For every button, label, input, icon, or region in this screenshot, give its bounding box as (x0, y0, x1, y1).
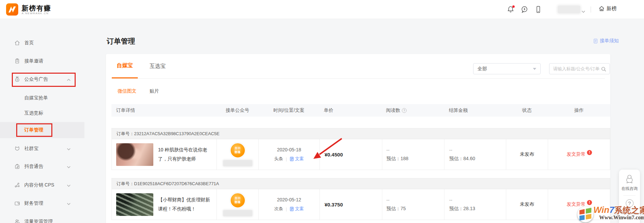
sidebar-item-home[interactable]: 首页 (0, 35, 84, 50)
table-row: 【小帮财商】优质理财新课程！不伤粉哦！ 美羽部落 2020-05-12 次条 | (112, 189, 610, 220)
account-avatar: 美羽部落 (230, 193, 246, 208)
online-consult-button[interactable]: 在线咨询 (621, 186, 638, 192)
account-name-redacted (223, 160, 252, 166)
page-title: 订单管理 (107, 36, 135, 46)
sidebar-item-finance[interactable]: 财务管理 (0, 196, 84, 211)
tab-zimeibao[interactable]: 自媒宝 (112, 54, 138, 78)
svg-text:¥: ¥ (17, 78, 18, 81)
order-date: 2020-05-18 (277, 147, 301, 152)
app-screen: 新榜有赚 A.NEWRANK.CN (0, 0, 644, 223)
search-icon[interactable] (601, 66, 607, 72)
table-header-row: 订单详情 接单公众号 时间/位置/文案 单价 阅读数? 结算金额 状态 操作 (111, 104, 610, 117)
chevron-down-icon (67, 201, 71, 206)
order-group: 订单号：23212A7AC5A32B98C13790A2E0CEAC5E 10 … (111, 128, 610, 170)
amount-value: -- (449, 147, 506, 153)
chevron-down-icon (67, 182, 71, 188)
sidebar-item-cps[interactable]: 内容分销 CPS (0, 178, 84, 193)
document-icon (593, 39, 598, 44)
article-thumbnail (116, 143, 153, 166)
sidebar-item-order-management[interactable]: 订单管理 (0, 122, 84, 138)
order-number: D1E902518ACF6D7207D676CA83BE771A (134, 181, 219, 186)
messages-icon[interactable] (520, 5, 529, 14)
sidebar-item-shequnbao[interactable]: 社群宝 (0, 141, 84, 156)
reads-estimate: 预估：75 (386, 206, 444, 212)
col-status: 状态 (506, 107, 548, 114)
order-date: 2020-05-12 (277, 197, 301, 202)
account-name-redacted (223, 210, 252, 216)
position-label: 头条 (274, 156, 283, 162)
subtab-wechat-article[interactable]: 微信图文 (118, 88, 136, 94)
share-nodes-icon (14, 182, 20, 188)
document-icon (290, 207, 294, 211)
search-box (549, 63, 610, 74)
widget-divider (623, 195, 636, 196)
sidebar-item-gzh-ads[interactable]: ¥ 公众号广告 (0, 72, 84, 87)
caret-down-icon (533, 68, 536, 70)
sidebar-item-hx-bid[interactable]: 互选竞标 (0, 106, 84, 121)
sidebar-item-douyin-notice[interactable]: 抖音通告 (0, 159, 84, 174)
col-action: 操作 (548, 107, 610, 114)
col-time-pos-copy: 时间/位置/文案 (258, 107, 319, 114)
unit-price: ¥0.4500 (320, 139, 382, 170)
status-label: 未发布 (506, 139, 548, 170)
home-icon (14, 40, 20, 46)
sidebar: 首页 接单邀请 ¥ 公众号广告 自媒宝抢单 互选竞标 (0, 19, 84, 223)
article-title: 【小帮财商】优质理财新课程！不伤粉哦！ (158, 195, 213, 214)
amount-estimate: 预估：84.60 (449, 156, 506, 162)
tab-huxuanbao[interactable]: 互选宝 (150, 54, 166, 78)
sidebar-item-order-invite[interactable]: 接单邀请 (0, 54, 84, 69)
notification-dot (512, 5, 515, 8)
primary-tabs: 自媒宝 互选宝 全部 (111, 54, 605, 79)
watermark-title: Win7系统之家 (593, 205, 644, 216)
brand-logo[interactable]: 新榜有赚 A.NEWRANK.CN (6, 3, 51, 16)
users-icon (14, 219, 20, 223)
wallet-icon (14, 200, 20, 206)
order-notice-link[interactable]: 接单须知 (593, 38, 619, 44)
col-account: 接单公众号 (216, 107, 258, 114)
error-badge-icon: ! (587, 150, 592, 155)
copy-link[interactable]: 文案 (290, 156, 304, 162)
chevron-down-icon[interactable] (582, 8, 585, 14)
music-note-bag-icon (14, 164, 20, 170)
clipboard-icon (14, 58, 20, 64)
article-title: 10 种肌肤信号在说你老了，只有护肤老师 (158, 145, 213, 164)
sidebar-item-traffic-resources[interactable]: 流量资源管理 (0, 214, 84, 223)
portal-label: 新榜 (607, 5, 617, 12)
chevron-up-icon (67, 77, 71, 82)
order-group: 订单号：D1E902518ACF6D7207D676CA83BE771A 【小帮… (111, 178, 610, 220)
topbar-divider (591, 6, 591, 13)
watermark-url: Www.Winwin7.com (599, 215, 644, 221)
amount-estimate: 预估：28.13 (449, 206, 506, 212)
chevron-down-icon (67, 164, 71, 169)
username-redacted[interactable] (558, 6, 580, 13)
article-thumbnail (116, 193, 153, 216)
win7-watermark: Win7系统之家 Www.Winwin7.com (569, 199, 644, 223)
qq-penguin-icon (625, 174, 634, 184)
reads-value: -- (386, 147, 444, 153)
col-order-detail: 订单详情 (111, 107, 216, 114)
money-bag-icon: ¥ (14, 76, 20, 82)
subtab-tiepian[interactable]: 贴片 (150, 88, 159, 94)
sidebar-item-zmb-grab[interactable]: 自媒宝抢单 (0, 91, 84, 105)
status-filter-dropdown[interactable]: 全部 (473, 63, 541, 74)
portal-link[interactable]: 新榜 (598, 5, 617, 12)
notification-bell-icon[interactable] (507, 5, 515, 14)
position-label: 次条 (274, 206, 283, 212)
order-number: 23212A7AC5A32B98C13790A2E0CEAC5E (134, 131, 220, 136)
action-publish-error[interactable]: 发文异常! (548, 139, 611, 170)
orders-table: 订单详情 接单公众号 时间/位置/文案 单价 阅读数? 结算金额 状态 操作 订… (111, 104, 610, 220)
unit-price: ¥0.3750 (320, 189, 382, 220)
topbar: 新榜有赚 A.NEWRANK.CN (0, 0, 644, 19)
reads-estimate: 预估：188 (386, 156, 444, 162)
brand-domain: A.NEWRANK.CN (22, 12, 51, 15)
order-number-bar: 订单号：23212A7AC5A32B98C13790A2E0CEAC5E (112, 128, 610, 139)
newrank-logo-icon (6, 3, 18, 16)
copy-link[interactable]: 文案 (290, 206, 304, 212)
amount-value: -- (449, 197, 506, 203)
col-settlement: 结算金额 (444, 107, 506, 114)
search-input[interactable] (549, 64, 600, 74)
cat-icon (14, 146, 20, 152)
help-tip-icon[interactable]: ? (402, 108, 407, 113)
reads-value: -- (386, 197, 444, 203)
mobile-app-icon[interactable] (534, 5, 542, 14)
